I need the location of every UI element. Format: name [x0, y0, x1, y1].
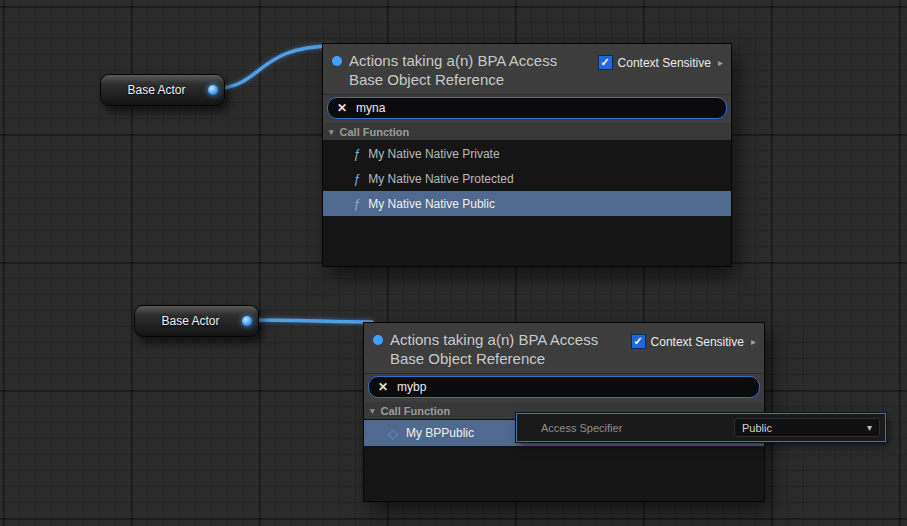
search-box[interactable]: ✕ — [368, 376, 760, 398]
function-icon: ƒ — [353, 172, 360, 185]
context-sensitive-toggle[interactable]: ✓ Context Sensitive ▸ — [631, 334, 756, 349]
context-menu-2: Actions taking a(n) BPA Access Base Obje… — [363, 322, 765, 502]
node-base-actor-1[interactable]: Base Actor — [100, 74, 225, 106]
node-base-actor-2[interactable]: Base Actor — [134, 305, 259, 337]
collapse-icon[interactable]: ▾ — [329, 127, 334, 137]
function-list: ƒ My Native Native Private ƒ My Native N… — [323, 141, 731, 266]
search-row: ✕ — [323, 95, 731, 123]
function-icon: ƒ — [353, 197, 360, 210]
function-icon: ƒ — [353, 147, 360, 160]
blueprint-function-icon: ◇ — [388, 427, 398, 440]
checkbox-checked-icon[interactable]: ✓ — [631, 334, 646, 349]
section-header-call-function[interactable]: ▾ Call Function — [323, 123, 731, 141]
expand-arrow-icon[interactable]: ▸ — [751, 336, 756, 347]
item-label: My Native Native Public — [368, 197, 495, 211]
list-item-selected[interactable]: ƒ My Native Native Public — [323, 191, 731, 216]
clear-search-icon[interactable]: ✕ — [337, 102, 347, 114]
search-input[interactable] — [397, 380, 750, 394]
collapse-icon[interactable]: ▾ — [370, 406, 375, 416]
search-box[interactable]: ✕ — [327, 97, 727, 119]
wire-node2-to-menu2 — [246, 320, 372, 322]
menu-title: Actions taking a(n) BPA Access Base Obje… — [390, 330, 628, 368]
section-label: Call Function — [340, 126, 410, 138]
blueprint-graph-canvas[interactable]: Base Actor Base Actor Actions taking a(n… — [0, 0, 907, 526]
context-sensitive-label: Context Sensitive — [618, 56, 711, 70]
access-specifier-label: Access Specifier — [541, 422, 734, 434]
context-sensitive-label: Context Sensitive — [651, 335, 744, 349]
clear-search-icon[interactable]: ✕ — [378, 381, 388, 393]
section-label: Call Function — [381, 405, 451, 417]
action-pin-dot-icon — [332, 56, 342, 66]
item-label: My Native Native Protected — [368, 172, 513, 186]
item-label: My Native Native Private — [368, 147, 499, 161]
menu-header: Actions taking a(n) BPA Access Base Obje… — [323, 44, 731, 95]
chevron-down-icon: ▾ — [867, 422, 872, 433]
node-title: Base Actor — [127, 83, 197, 97]
list-item[interactable]: ƒ My Native Native Private — [323, 141, 731, 166]
wire-node1-to-menu1 — [211, 46, 334, 89]
menu-header: Actions taking a(n) BPA Access Base Obje… — [364, 323, 764, 374]
expand-arrow-icon[interactable]: ▸ — [718, 57, 723, 68]
output-pin-icon[interactable] — [242, 316, 252, 326]
menu-title: Actions taking a(n) BPA Access Base Obje… — [349, 51, 587, 89]
search-input[interactable] — [356, 101, 717, 115]
checkbox-checked-icon[interactable]: ✓ — [598, 55, 613, 70]
context-sensitive-toggle[interactable]: ✓ Context Sensitive ▸ — [598, 55, 723, 70]
node-title: Base Actor — [161, 314, 231, 328]
search-row: ✕ — [364, 374, 764, 402]
output-pin-icon[interactable] — [208, 85, 218, 95]
list-item[interactable]: ƒ My Native Native Protected — [323, 166, 731, 191]
action-pin-dot-icon — [373, 335, 383, 345]
context-menu-1: Actions taking a(n) BPA Access Base Obje… — [322, 43, 732, 267]
access-specifier-dropdown[interactable]: Public ▾ — [734, 418, 880, 437]
item-label: My BPPublic — [406, 426, 474, 440]
access-specifier-tooltip: Access Specifier Public ▾ — [516, 413, 886, 442]
dropdown-value: Public — [742, 422, 772, 434]
